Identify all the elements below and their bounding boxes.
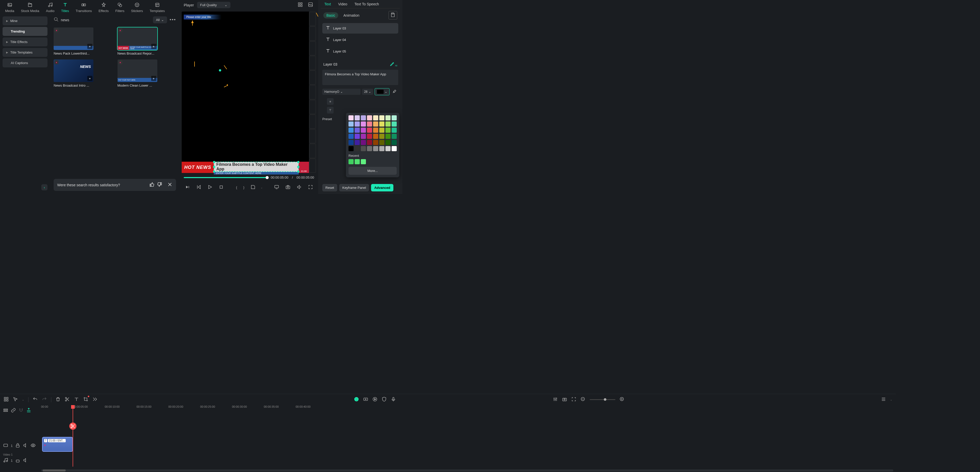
color-swatch[interactable]	[361, 146, 366, 151]
color-swatch[interactable]	[348, 134, 353, 139]
color-swatch[interactable]	[385, 140, 391, 145]
eyedropper-icon[interactable]	[391, 88, 398, 96]
resize-handle[interactable]	[213, 161, 215, 163]
color-swatch[interactable]	[367, 134, 372, 139]
advanced-button[interactable]: Advanced	[371, 184, 393, 192]
tab-filters[interactable]: Filters	[115, 2, 124, 13]
color-swatch[interactable]	[373, 146, 378, 151]
color-swatch[interactable]	[391, 146, 397, 151]
more-button[interactable]: •••	[170, 17, 176, 22]
color-swatch[interactable]	[391, 128, 397, 133]
sidebar-item-ai-captions[interactable]: AI Captions	[3, 59, 48, 67]
color-swatch[interactable]	[348, 140, 353, 145]
progress-thumb[interactable]	[266, 176, 269, 179]
thumbs-down-icon[interactable]	[157, 182, 162, 188]
color-swatch[interactable]	[391, 140, 397, 145]
image-icon[interactable]	[307, 1, 314, 9]
color-swatch[interactable]	[373, 134, 378, 139]
headline-text[interactable]: Filmora Becomes a Top Video Maker App	[214, 162, 299, 172]
add-button[interactable]: +	[151, 44, 156, 49]
keyframe-panel-button[interactable]: Keyframe Panel	[339, 184, 369, 192]
quality-dropdown[interactable]: Full Quality ⌄	[197, 2, 231, 8]
font-dropdown[interactable]: HarmonyO⌄	[322, 89, 361, 95]
grid-view-icon[interactable]	[297, 1, 304, 9]
color-swatch[interactable]	[373, 122, 378, 127]
resize-handle[interactable]	[213, 166, 215, 168]
color-swatch[interactable]	[391, 115, 397, 120]
color-swatch[interactable]	[361, 134, 366, 139]
subtab-basic[interactable]: Basic	[323, 12, 338, 19]
tab-templates[interactable]: Templates	[150, 2, 165, 13]
color-swatch[interactable]	[355, 140, 360, 145]
title-template-card[interactable]: ♦ + News Pack Lowerthird...	[54, 27, 112, 55]
tab-stickers[interactable]: Stickers	[131, 2, 143, 13]
thumbnail[interactable]: ♦ +	[54, 27, 94, 50]
mark-in-icon[interactable]: {	[235, 184, 238, 190]
resize-handle[interactable]	[297, 161, 299, 163]
color-swatch[interactable]	[373, 115, 378, 120]
tab-media[interactable]: Media	[5, 2, 14, 13]
sidebar-item-trending[interactable]: Trending	[3, 27, 48, 36]
color-swatch[interactable]	[373, 140, 378, 145]
color-swatch[interactable]	[379, 146, 384, 151]
color-swatch[interactable]	[361, 140, 366, 145]
tab-titles[interactable]: Titles	[61, 2, 69, 13]
align-top-icon[interactable]: ⊤	[327, 107, 334, 114]
color-swatch[interactable]	[355, 134, 360, 139]
stop-icon[interactable]	[218, 184, 225, 192]
title-template-card[interactable]: ♦ HOT NEWSENTER YOUR SUBTITLE CONTENT HE…	[118, 27, 176, 55]
layer-text-input[interactable]: Filmora Becomes a Top Video Maker App	[322, 70, 398, 85]
layer-item[interactable]: Layer 03	[322, 23, 398, 33]
color-swatch[interactable]	[373, 128, 378, 133]
chevron-down-icon[interactable]: ⌄	[261, 186, 263, 189]
color-swatch[interactable]	[379, 134, 384, 139]
color-swatch[interactable]	[391, 134, 397, 139]
color-swatch[interactable]	[348, 115, 353, 120]
tab-tts[interactable]: Text To Speech	[353, 2, 380, 7]
tab-video[interactable]: Video	[337, 2, 348, 7]
color-swatch[interactable]	[391, 122, 397, 127]
recent-color-swatch[interactable]	[355, 159, 360, 164]
play-icon[interactable]	[206, 184, 213, 192]
resize-handle[interactable]	[297, 166, 299, 168]
color-swatch[interactable]	[367, 122, 372, 127]
thumbs-up-icon[interactable]	[150, 182, 154, 188]
color-swatch[interactable]	[348, 128, 353, 133]
prev-frame-icon[interactable]	[184, 184, 191, 192]
title-template-card[interactable]: ♦ PUT YOUR TEXT HERE + Modern Clean Lowe…	[118, 59, 176, 87]
color-swatch[interactable]	[367, 115, 372, 120]
resize-handle[interactable]	[213, 170, 215, 173]
color-swatch[interactable]	[367, 140, 372, 145]
tab-stock-media[interactable]: Stock Media	[21, 2, 39, 13]
reset-button[interactable]: Reset	[322, 184, 337, 192]
sidebar-item-title-effects[interactable]: ▶Title Effects	[3, 37, 48, 46]
subtab-animation[interactable]: Animation	[344, 13, 359, 17]
color-swatch[interactable]	[367, 128, 372, 133]
thumbnail[interactable]: ♦ +	[54, 59, 94, 82]
color-swatch[interactable]	[385, 146, 391, 151]
color-swatch[interactable]	[355, 115, 360, 120]
tab-effects[interactable]: Effects	[99, 2, 109, 13]
color-swatch[interactable]	[361, 128, 366, 133]
color-swatch[interactable]	[361, 115, 366, 120]
tab-text[interactable]: Text	[323, 2, 332, 7]
color-swatch[interactable]	[385, 128, 391, 133]
layer-item[interactable]: Layer 05	[322, 46, 398, 57]
preview-canvas[interactable]: Please enter your title HOT NEWS Filmora…	[182, 11, 316, 173]
color-swatch[interactable]	[348, 146, 353, 151]
color-swatch[interactable]	[385, 115, 391, 120]
color-swatch[interactable]	[385, 134, 391, 139]
resize-handle[interactable]	[297, 170, 299, 173]
color-swatch[interactable]	[355, 128, 360, 133]
close-icon[interactable]	[167, 182, 172, 188]
layer-item[interactable]: Layer 04	[322, 35, 398, 45]
monitor-icon[interactable]	[273, 184, 280, 192]
rotate-handle[interactable]	[219, 69, 221, 71]
recent-color-swatch[interactable]	[361, 159, 366, 164]
volume-icon[interactable]	[296, 184, 303, 192]
tab-audio[interactable]: Audio	[46, 2, 54, 13]
save-preset-icon[interactable]	[388, 11, 397, 19]
filter-dropdown[interactable]: All ⌄	[153, 16, 167, 23]
marker-icon[interactable]	[250, 184, 257, 192]
next-frame-icon[interactable]	[195, 184, 202, 192]
